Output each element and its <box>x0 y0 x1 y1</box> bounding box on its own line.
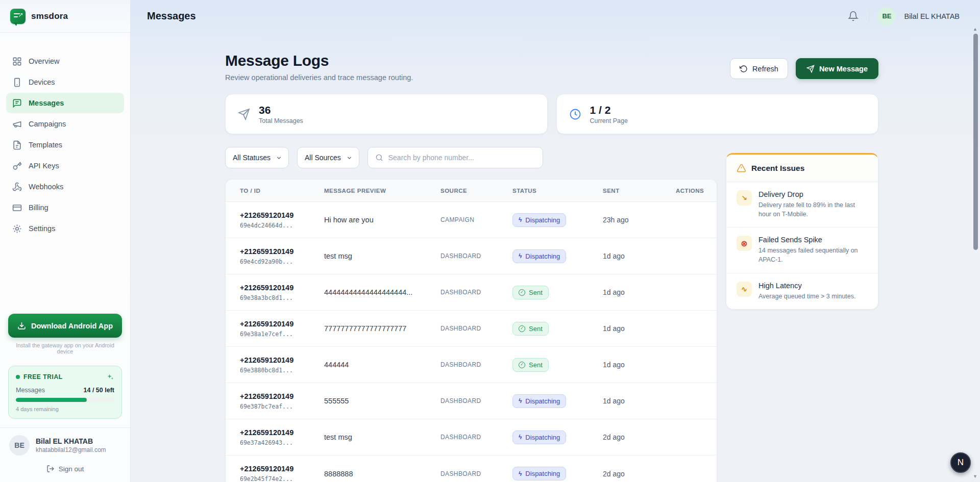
column-header: SOURCE <box>440 188 512 194</box>
status-badge: Sent <box>512 322 549 336</box>
issue-title: High Latency <box>758 282 856 290</box>
new-message-button[interactable]: New Message <box>796 58 878 79</box>
status-badge: Dispatching <box>512 430 566 444</box>
column-header: MESSAGE PREVIEW <box>324 188 440 194</box>
table-row: +212659120149 69e2b45f74e2... 8888888 DA… <box>226 455 717 482</box>
table-body: +212659120149 69e4dc24664d... Hi how are… <box>226 202 717 482</box>
phone-number: +212659120149 <box>240 465 324 473</box>
sidebar-item-overview[interactable]: Overview <box>6 51 124 71</box>
status-badge: Sent <box>512 286 549 299</box>
message-id: 69e2b45f74e2... <box>240 475 324 482</box>
credit-card-icon <box>12 203 22 213</box>
issue-icon <box>737 236 752 251</box>
download-icon <box>17 321 26 330</box>
download-caption: Install the gateway app on your Android … <box>8 342 122 354</box>
status-icon <box>519 398 522 404</box>
cell-sent: 1d ago <box>603 361 676 369</box>
message-id: 69e3880bc8d1... <box>240 367 324 374</box>
cell-message-preview: 444444 <box>324 361 440 369</box>
chat-icon <box>12 98 22 108</box>
avatar: BE <box>9 435 30 455</box>
sidebar-item-settings[interactable]: Settings <box>6 218 124 239</box>
refresh-button[interactable]: Refresh <box>730 58 788 79</box>
cell-sent: 23h ago <box>603 216 676 224</box>
search-icon <box>375 154 383 162</box>
sidebar-item-templates[interactable]: Templates <box>6 135 124 155</box>
table-row: +212659120149 69e4cd92a90b... test msg D… <box>226 238 717 274</box>
refresh-label: Refresh <box>752 65 778 73</box>
table-row: +212659120149 69e37a426943... test msg D… <box>226 419 717 455</box>
cell-source: DASHBOARD <box>440 397 512 404</box>
cell-sent: 2d ago <box>603 433 676 441</box>
column-header: SENT <box>603 188 676 194</box>
status-label: Sent <box>529 361 543 369</box>
cell-to-id: +212659120149 69e38a1e7cef... <box>240 320 324 338</box>
key-icon <box>12 161 22 171</box>
issues-list: Delivery Drop Delivery rate fell to 89% … <box>726 182 878 309</box>
gear-icon <box>12 224 22 234</box>
issue-item: Delivery Drop Delivery rate fell to 89% … <box>726 182 878 227</box>
table-row: +212659120149 69e387bc7eaf... 555555 DAS… <box>226 383 717 419</box>
sidebar-item-label: Campaigns <box>29 120 66 128</box>
topbar-divider <box>869 10 869 23</box>
stat-value: 1 / 2 <box>590 104 628 116</box>
issue-description: 14 messages failed sequentially on APAC-… <box>758 246 868 264</box>
sidebar: smsdora Overview Devices Messages Campai… <box>0 0 131 482</box>
cell-status: Sent <box>512 322 603 336</box>
topbar-user-name: Bilal EL KHATAB <box>904 12 960 20</box>
stat-value: 36 <box>259 104 303 116</box>
cell-status: Dispatching <box>512 467 603 480</box>
issue-title: Delivery Drop <box>758 190 868 198</box>
cell-sent: 1d ago <box>603 288 676 296</box>
phone-number: +212659120149 <box>240 392 324 400</box>
refresh-icon <box>740 65 748 73</box>
cell-message-preview: test msg <box>324 252 440 260</box>
sidebar-item-billing[interactable]: Billing <box>6 197 124 218</box>
sidebar-item-api-keys[interactable]: API Keys <box>6 156 124 176</box>
sidebar-item-messages[interactable]: Messages <box>6 93 124 113</box>
sign-out-button[interactable]: Sign out <box>9 462 121 476</box>
sidebar-item-webhooks[interactable]: Webhooks <box>6 176 124 197</box>
clock-icon <box>569 108 581 120</box>
cell-to-id: +212659120149 69e2b45f74e2... <box>240 465 324 482</box>
cell-status: Sent <box>512 358 603 372</box>
source-filter-select[interactable]: All Sources <box>297 147 359 168</box>
status-badge: Dispatching <box>512 249 566 263</box>
scrollbar: ▲ ▼ <box>971 0 980 482</box>
status-filter-value: All Statuses <box>233 154 271 162</box>
status-icon <box>519 434 522 440</box>
cell-source: DASHBOARD <box>440 252 512 260</box>
status-icon <box>519 471 522 477</box>
status-icon <box>519 325 525 332</box>
phone-number: +212659120149 <box>240 320 324 328</box>
topbar-avatar[interactable]: BE <box>877 7 896 26</box>
scrollbar-thumb[interactable] <box>973 34 978 250</box>
sidebar-bottom: Download Android App Install the gateway… <box>0 314 130 419</box>
new-message-label: New Message <box>819 65 868 73</box>
smartphone-icon <box>12 78 22 87</box>
cell-status: Sent <box>512 286 603 299</box>
status-badge: Sent <box>512 358 549 372</box>
search-input[interactable] <box>388 154 535 162</box>
notifications-button[interactable] <box>846 9 861 23</box>
scrollbar-up-arrow[interactable]: ▲ <box>973 27 977 32</box>
status-badge: Dispatching <box>512 213 566 227</box>
sidebar-item-campaigns[interactable]: Campaigns <box>6 114 124 134</box>
cell-sent: 1d ago <box>603 324 676 333</box>
sidebar-item-devices[interactable]: Devices <box>6 72 124 92</box>
status-filter-select[interactable]: All Statuses <box>225 147 289 168</box>
message-id: 69e38a3bc8d1... <box>240 294 324 301</box>
trial-remaining: 4 days remaining <box>16 406 114 412</box>
scrollbar-down-arrow[interactable]: ▼ <box>973 474 977 479</box>
sidebar-item-label: Templates <box>29 141 62 149</box>
message-id: 69e38a1e7cef... <box>240 331 324 338</box>
trial-status-dot <box>16 375 20 379</box>
stat-label: Current Page <box>590 117 628 124</box>
download-android-app-button[interactable]: Download Android App <box>8 314 122 338</box>
brand-logo-icon <box>10 9 26 24</box>
document-icon <box>12 140 22 150</box>
cell-source: DASHBOARD <box>440 289 512 296</box>
source-filter-value: All Sources <box>305 154 341 162</box>
status-label: Sent <box>529 325 543 333</box>
nextjs-dev-badge[interactable]: N <box>950 452 971 473</box>
